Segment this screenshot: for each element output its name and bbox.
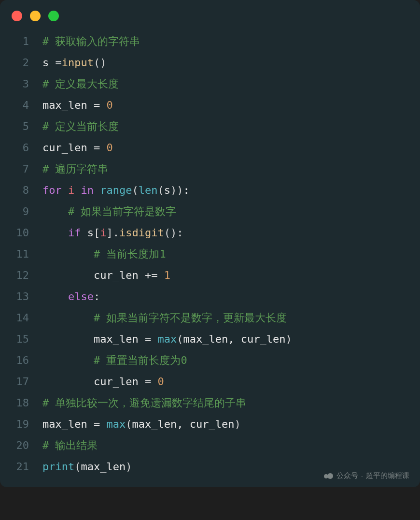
code-line: 13 else:: [0, 286, 408, 307]
token: if: [68, 227, 87, 239]
code-content: # 如果当前字符是数字: [42, 201, 408, 222]
token: ]: [106, 227, 112, 239]
code-content: # 遍历字符串: [42, 159, 408, 180]
code-line: 18# 单独比较一次，避免遗漏数字结尾的子串: [0, 392, 408, 414]
token: [42, 312, 94, 324]
token: [42, 248, 94, 260]
watermark-prefix: 公众号: [336, 471, 358, 480]
code-line: 15 max_len = max(max_len, cur_len): [0, 329, 408, 350]
token: # 当前长度加1: [94, 248, 166, 260]
code-content: cur_len = 0: [42, 371, 408, 392]
line-number: 21: [0, 456, 42, 477]
token: input: [62, 57, 94, 69]
line-number: 4: [0, 95, 42, 116]
token: # 如果当前字符不是数字，更新最大长度: [94, 312, 287, 324]
token: # 获取输入的字符串: [42, 35, 140, 47]
line-number: 5: [0, 116, 42, 137]
token: [42, 376, 94, 388]
line-number: 1: [0, 31, 42, 52]
token: :: [94, 290, 100, 303]
line-number: 12: [0, 265, 42, 286]
token: =: [145, 333, 158, 345]
code-content: # 输出结果: [42, 435, 408, 456]
token: (): [94, 57, 107, 69]
token: for: [42, 184, 68, 196]
code-line: 17 cur_len = 0: [0, 371, 408, 392]
watermark: 公众号 · 超平的编程课: [324, 471, 409, 480]
code-line: 10 if s[i].isdigit():: [0, 222, 408, 244]
token: cur_len: [190, 418, 235, 430]
token: s: [42, 57, 56, 69]
token: 0: [157, 376, 164, 388]
line-number: 20: [0, 435, 42, 456]
code-content: s =input(): [42, 52, 408, 73]
token: # 单独比较一次，避免遗漏数字结尾的子串: [42, 397, 247, 409]
code-line: 1# 获取输入的字符串: [0, 31, 408, 52]
token: max_len: [42, 99, 94, 111]
token: # 定义当前长度: [42, 120, 119, 132]
token: max_len: [42, 418, 94, 430]
token: s: [164, 184, 170, 196]
wechat-icon: [324, 472, 334, 480]
line-number: 18: [0, 392, 42, 414]
code-line: 8for i in range(len(s)):: [0, 180, 408, 201]
token: ,: [228, 333, 241, 345]
token: # 定义最大长度: [42, 78, 119, 90]
code-line: 5# 定义当前长度: [0, 116, 408, 137]
code-content: max_len = max(max_len, cur_len): [42, 329, 408, 350]
code-line: 11 # 当前长度加1: [0, 244, 408, 265]
token: =: [94, 142, 107, 154]
minimize-icon[interactable]: [30, 11, 41, 21]
token: (: [132, 184, 138, 196]
code-line: 19max_len = max(max_len, cur_len): [0, 414, 408, 435]
token: :: [183, 184, 189, 196]
titlebar: [0, 0, 420, 26]
token: .: [113, 227, 119, 239]
token: =: [145, 376, 158, 388]
token: [42, 227, 68, 239]
watermark-dot: ·: [361, 472, 363, 480]
token: cur_len: [42, 142, 94, 154]
token: else: [68, 290, 94, 303]
token: cur_len: [94, 376, 145, 388]
code-line: 14 # 如果当前字符不是数字，更新最大长度: [0, 307, 408, 329]
token: [42, 269, 94, 281]
token: i: [100, 227, 106, 239]
code-line: 12 cur_len += 1: [0, 265, 408, 286]
token: (: [157, 184, 164, 196]
token: (: [177, 333, 183, 345]
code-window: 1# 获取输入的字符串2s =input()3# 定义最大长度4max_len …: [0, 0, 420, 487]
token: max_len: [81, 461, 126, 473]
code-area: 1# 获取输入的字符串2s =input()3# 定义最大长度4max_len …: [0, 26, 420, 477]
token: max: [106, 418, 126, 430]
line-number: 17: [0, 371, 42, 392]
token: max_len: [94, 333, 145, 345]
code-line: 2s =input(): [0, 52, 408, 73]
token: [42, 290, 68, 303]
token: cur_len: [94, 269, 145, 281]
token: # 重置当前长度为0: [94, 354, 187, 366]
code-line: 9 # 如果当前字符是数字: [0, 201, 408, 222]
token: range: [100, 184, 132, 196]
line-number: 2: [0, 52, 42, 73]
token: [: [94, 227, 100, 239]
token: [42, 354, 94, 366]
token: isdigit: [119, 227, 164, 239]
code-content: # 定义最大长度: [42, 73, 408, 95]
close-icon[interactable]: [12, 11, 22, 21]
line-number: 19: [0, 414, 42, 435]
maximize-icon[interactable]: [48, 11, 59, 21]
code-content: cur_len += 1: [42, 265, 408, 286]
line-number: 13: [0, 286, 42, 307]
code-line: 16 # 重置当前长度为0: [0, 350, 408, 371]
token: =: [56, 57, 62, 69]
token: +=: [145, 269, 164, 281]
token: :: [177, 227, 183, 239]
token: ,: [177, 418, 190, 430]
line-number: 9: [0, 201, 42, 222]
code-content: # 如果当前字符不是数字，更新最大长度: [42, 307, 408, 329]
token: cur_len: [241, 333, 286, 345]
code-content: max_len = max(max_len, cur_len): [42, 414, 408, 435]
token: max_len: [132, 418, 177, 430]
token: [42, 333, 94, 345]
